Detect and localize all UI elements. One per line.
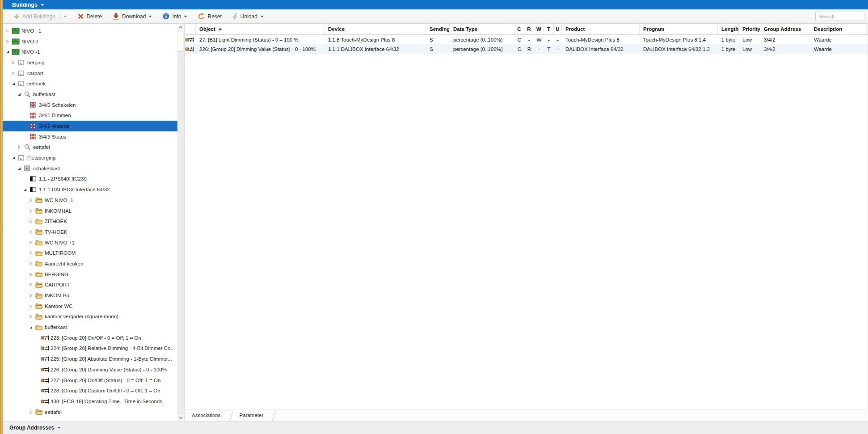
tab-associations[interactable]: Associations bbox=[185, 409, 232, 421]
expander-icon[interactable] bbox=[28, 304, 34, 308]
expander-icon[interactable] bbox=[28, 410, 34, 414]
tree-item[interactable]: Aanrecht keuken bbox=[3, 258, 177, 269]
column-header-program[interactable]: Program bbox=[640, 24, 718, 34]
dropdown-caret-icon[interactable] bbox=[184, 16, 187, 17]
expander-icon[interactable] bbox=[28, 282, 34, 287]
tree-item[interactable]: WC NIVO +1 bbox=[3, 237, 177, 248]
tree-item[interactable]: 3/4/0 Schakelen bbox=[3, 100, 177, 110]
tab-parameter[interactable]: Parameter bbox=[232, 409, 275, 421]
chevron-down-icon[interactable] bbox=[41, 4, 44, 6]
tree-item[interactable]: TV-HOEK bbox=[3, 227, 177, 237]
delete-button[interactable]: Delete bbox=[78, 13, 102, 20]
column-header-w[interactable]: W bbox=[534, 24, 544, 34]
column-header-sending[interactable]: Sending bbox=[426, 24, 450, 34]
tree-item[interactable]: eethoek bbox=[3, 78, 177, 89]
unload-button[interactable]: Unload bbox=[232, 13, 264, 20]
tree-item[interactable]: 1.1.- ZPS640HIC230 bbox=[3, 174, 177, 185]
table-row[interactable]: 226: [Group 20] Dimming Value (Status) -… bbox=[185, 44, 868, 54]
tree-item[interactable]: INKOMHAL bbox=[3, 206, 177, 216]
tree-item[interactable]: MULTIROOM bbox=[3, 248, 177, 258]
expander-icon[interactable] bbox=[10, 81, 17, 86]
info-button[interactable]: Info bbox=[163, 13, 187, 20]
tree-scrollbar[interactable] bbox=[177, 24, 184, 421]
tree-item[interactable]: 227: [Group 20] On/Off (Status) - 0 = Of… bbox=[3, 375, 177, 386]
tree-item[interactable]: NIVO -1 bbox=[3, 46, 177, 57]
tree-item[interactable]: WC NIVO -1 bbox=[3, 195, 177, 206]
tree-item[interactable]: carport bbox=[3, 68, 177, 79]
tree-item[interactable]: berging bbox=[3, 57, 177, 68]
column-header-product[interactable]: Product bbox=[562, 24, 640, 34]
tree-item[interactable]: 224: [Group 20] Relative Dimming - 4-Bit… bbox=[3, 343, 177, 354]
reset-button[interactable]: Reset bbox=[198, 13, 221, 20]
expander-icon[interactable] bbox=[4, 29, 11, 33]
tree-item[interactable]: buffetkast bbox=[3, 322, 177, 333]
tree-item[interactable]: 3/4/3 Status bbox=[3, 131, 177, 142]
expander-icon[interactable] bbox=[10, 156, 17, 160]
tree-item[interactable]: buffetkast bbox=[3, 89, 177, 100]
expander-icon[interactable] bbox=[16, 145, 22, 149]
column-header-description[interactable]: Description bbox=[810, 24, 867, 34]
tree-item[interactable]: 225: [Group 20] Absolute Dimming - 1-Byt… bbox=[3, 354, 177, 364]
column-header-length[interactable]: Length bbox=[718, 24, 739, 34]
column-header-device[interactable]: Device bbox=[324, 24, 426, 34]
column-header-t[interactable]: T bbox=[544, 24, 554, 34]
expander-icon[interactable] bbox=[28, 240, 34, 245]
panel-title[interactable]: Buildings bbox=[12, 2, 38, 8]
expander-icon[interactable] bbox=[28, 325, 34, 329]
expander-icon[interactable] bbox=[28, 293, 34, 298]
tree-item[interactable]: 3/4/1 Dimmen bbox=[3, 110, 177, 121]
table-row[interactable]: 27: [B1] Light Dimming (Status) - 0 – 10… bbox=[185, 35, 868, 44]
tree-item[interactable]: 3/4/2 Waarde bbox=[3, 121, 177, 131]
tree-item[interactable]: kantoor vergader (square moon) bbox=[3, 312, 177, 322]
expander-icon[interactable] bbox=[28, 219, 34, 223]
expander-icon[interactable] bbox=[28, 198, 34, 202]
expander-icon[interactable] bbox=[16, 166, 22, 171]
column-header-c[interactable]: C bbox=[514, 24, 524, 34]
tree-item[interactable]: 228: [Group 20] Custom On/Off - 0 = Off;… bbox=[3, 385, 177, 396]
column-header-group-address[interactable]: Group Address bbox=[760, 24, 810, 34]
expander-icon[interactable] bbox=[4, 50, 11, 54]
tree-item[interactable]: CARPORT bbox=[3, 280, 177, 291]
tree-item[interactable]: 438: [ECG 19] Operating Time - Time in S… bbox=[3, 396, 177, 407]
expander-icon[interactable] bbox=[4, 39, 11, 44]
tree-item[interactable]: eettafel bbox=[3, 407, 177, 417]
expander-icon[interactable] bbox=[10, 71, 17, 76]
tree-item[interactable]: 223: [Group 20] On/Off - 0 = Off; 1 = On bbox=[3, 333, 177, 343]
scroll-up-icon[interactable] bbox=[177, 24, 184, 30]
tree-item[interactable]: 226: [Group 20] Dimming Value (Status) -… bbox=[3, 364, 177, 375]
scroll-down-icon[interactable] bbox=[177, 414, 184, 421]
expander-icon[interactable] bbox=[28, 251, 34, 255]
tree-item[interactable]: INKOM Bu bbox=[3, 290, 177, 301]
tree-item[interactable]: ZITHOEK bbox=[3, 216, 177, 227]
dropdown-caret-icon[interactable] bbox=[63, 16, 67, 17]
group-addresses-panel-header[interactable]: Group Addresses bbox=[0, 421, 868, 434]
column-header-object[interactable]: Object bbox=[196, 24, 324, 34]
column-header-r[interactable]: R bbox=[524, 24, 534, 34]
expander-icon[interactable] bbox=[28, 314, 34, 319]
expander-icon[interactable] bbox=[28, 261, 34, 266]
expander-icon[interactable] bbox=[22, 187, 28, 192]
dropdown-caret-icon[interactable] bbox=[260, 16, 264, 17]
add-buildings-button[interactable]: Add Buildings bbox=[13, 13, 67, 20]
tree-item[interactable]: NIVO +1 bbox=[3, 25, 177, 36]
column-header-priority[interactable]: Priority bbox=[739, 24, 760, 34]
tree-item[interactable]: Kantoor WC bbox=[3, 301, 177, 312]
expander-icon[interactable] bbox=[16, 92, 22, 97]
tree-item[interactable]: Fietsberging bbox=[3, 152, 177, 163]
expander-icon[interactable] bbox=[28, 272, 34, 277]
tree-item[interactable]: BERGING bbox=[3, 269, 177, 280]
column-header-icon[interactable] bbox=[185, 24, 196, 34]
tree-item[interactable]: NIVO 0 bbox=[3, 36, 177, 47]
expander-icon[interactable] bbox=[28, 230, 34, 234]
expander-icon[interactable] bbox=[10, 60, 17, 65]
column-header-u[interactable]: U bbox=[554, 24, 562, 34]
expander-icon[interactable] bbox=[28, 209, 34, 213]
download-button[interactable]: Download bbox=[113, 13, 152, 20]
column-header-data-type[interactable]: Data Type bbox=[450, 24, 514, 34]
scrollbar-thumb[interactable] bbox=[178, 31, 183, 52]
tree-item[interactable]: eettafel bbox=[3, 142, 177, 153]
tree-item[interactable]: 1.1.1 DALIBOX Interface 64/32 bbox=[3, 184, 177, 195]
tree-item[interactable]: schakelkast bbox=[3, 163, 177, 174]
search-input[interactable] bbox=[815, 12, 864, 21]
dropdown-caret-icon[interactable] bbox=[148, 16, 152, 17]
